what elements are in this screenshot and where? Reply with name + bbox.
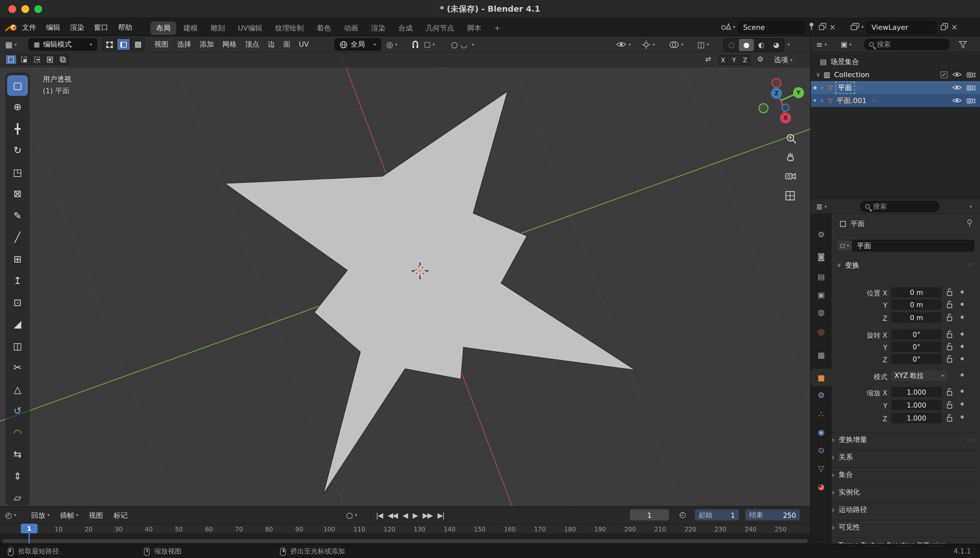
viewport-menu-view[interactable]: 视图 (154, 39, 169, 49)
location-z-field[interactable]: 0 m (891, 312, 942, 323)
object-id-dropdown[interactable]: ◻▾ (837, 240, 852, 251)
lock-icon[interactable] (946, 330, 953, 340)
section-delta-transform[interactable]: ›变换增量 ∷∷ (832, 432, 978, 446)
location-x-field[interactable]: 0 m (891, 287, 942, 297)
viewport-menu-uv[interactable]: UV (299, 40, 309, 49)
rotation-z-field[interactable]: 0° (891, 354, 942, 364)
outliner-editor-icon[interactable]: ≡ (816, 40, 822, 49)
properties-options-caret[interactable]: ▾ (970, 204, 972, 209)
viewport-menu-face[interactable]: 面 (283, 39, 291, 49)
timeline-view-menu[interactable]: 视图 (89, 510, 103, 520)
toolbar-tool[interactable]: △ (7, 379, 28, 400)
viewport[interactable]: ⇄ X Y Z ⚙ 选项▾ ▢⊕╋↻◳⊠✎╱⊞↥⊡◢◫✂△↺◠⇆⇕▱ 用户透视 … (0, 53, 810, 506)
lock-icon[interactable] (946, 313, 953, 323)
toolbar-tool[interactable]: ⊞ (7, 249, 28, 269)
properties-search-input[interactable]: 搜索 (860, 201, 939, 212)
lock-icon[interactable] (946, 387, 953, 398)
navigation-gizmo[interactable]: Z Y X (747, 71, 810, 133)
section-relations[interactable]: ›关系 (832, 450, 978, 464)
workspace-tab-shading[interactable]: 着色 (311, 21, 337, 34)
section-motion-paths[interactable]: ›运动路径 (832, 502, 978, 517)
snap-toggle[interactable] (411, 36, 419, 53)
tab-scene[interactable]: ◍ (811, 303, 832, 321)
transport-button[interactable]: ◀ (402, 511, 407, 519)
new-scene-icon[interactable] (818, 22, 826, 32)
hide-collection-eye-icon[interactable] (952, 71, 962, 78)
scene-icon[interactable] (721, 22, 731, 33)
new-viewlayer-icon[interactable] (940, 22, 948, 32)
pin-id-icon[interactable] (966, 219, 973, 230)
select-mode-set-button[interactable] (5, 54, 17, 65)
rotation-x-field[interactable]: 0° (891, 329, 942, 340)
toolbar-tool[interactable]: ▢ (7, 75, 28, 95)
scale-x-field[interactable]: 1.000 (891, 387, 942, 397)
transform-orientation-dropdown[interactable]: 全局 ▾ (335, 38, 381, 51)
viewport-menu-vertex[interactable]: 顶点 (245, 39, 259, 49)
toolbar-tool[interactable]: ⊕ (7, 97, 28, 117)
outliner-row-plane[interactable]: › ▽ 平面 ∴ (811, 81, 980, 94)
animate-dot[interactable] (960, 345, 964, 348)
menu-help[interactable]: 帮助 (118, 22, 132, 32)
toggle-ortho-button[interactable] (785, 190, 795, 203)
frame-start-field[interactable]: 起始 1 (695, 509, 739, 520)
outliner-row-plane001[interactable]: › ▽ 平面.001 ∴ (811, 94, 980, 107)
location-y-field[interactable]: 0 m (891, 299, 942, 310)
transport-button[interactable]: ▶ (412, 511, 417, 519)
outliner-row-scene-collection[interactable]: ▤ 场景集合 (811, 55, 980, 68)
workspace-tab-geometry-nodes[interactable]: 几何节点 (420, 21, 460, 34)
timeline-scrollbar[interactable] (3, 539, 808, 543)
properties-editor-icon[interactable]: ≣ (816, 202, 822, 211)
toolbar-tool[interactable]: ◠ (7, 422, 28, 443)
toolbar-tool[interactable]: ⊡ (7, 292, 28, 313)
select-mode-subtract-button[interactable] (31, 54, 43, 65)
animate-dot[interactable] (960, 373, 964, 377)
tab-particles[interactable]: ∴ (811, 405, 832, 423)
clock-icon[interactable]: ◴ (679, 510, 686, 519)
tab-object-data[interactable]: ▽ (811, 460, 832, 477)
workspace-tab-compositing[interactable]: 合成 (392, 21, 419, 34)
mirror-y-toggle[interactable]: Y (729, 55, 739, 65)
preview-range-toggle[interactable]: ○▾ (346, 507, 357, 524)
viewlayer-browse-caret[interactable]: ▾ (862, 25, 863, 30)
edge-select-button[interactable] (117, 38, 130, 51)
object-name-field[interactable]: 平面 (852, 240, 974, 251)
toolbar-tool[interactable]: ╋ (7, 118, 28, 139)
lock-icon[interactable] (946, 300, 953, 310)
scale-z-field[interactable]: 1.000 (891, 413, 942, 423)
workspace-tab-sculpting[interactable]: 雕刻 (205, 21, 231, 34)
rotation-mode-dropdown[interactable]: XYZ 欧拉▾ (891, 371, 947, 381)
viewport-menu-mesh[interactable]: 网格 (222, 39, 236, 49)
menu-file[interactable]: 文件 (22, 22, 36, 32)
blender-logo-icon[interactable] (5, 23, 18, 34)
toolbar-tool[interactable]: ▱ (7, 487, 28, 505)
collection-expand-caret[interactable]: ∨ (816, 72, 820, 77)
editor-type-icon[interactable]: ▦ (5, 40, 13, 49)
star-mesh[interactable] (225, 91, 635, 494)
shading-material-button[interactable]: ◐ (754, 39, 769, 51)
menu-render[interactable]: 渲染 (70, 22, 84, 32)
remove-viewlayer-icon[interactable]: × (951, 23, 958, 32)
playhead-marker[interactable]: 1 (21, 524, 38, 533)
add-workspace-button[interactable]: + (488, 21, 506, 34)
animate-dot[interactable] (960, 290, 964, 294)
viewport-menu-add[interactable]: 添加 (200, 39, 214, 49)
disable-render-camera-icon[interactable] (966, 97, 975, 104)
unlink-scene-icon[interactable]: × (829, 23, 836, 32)
tool-extra-icon[interactable]: ⚙ (757, 55, 763, 64)
timeline-marker-menu[interactable]: 标记 (113, 510, 128, 520)
shading-rendered-button[interactable]: ◕ (769, 39, 784, 51)
timeline-track-area[interactable] (0, 533, 810, 544)
select-mode-invert-button[interactable] (44, 54, 56, 65)
workspace-tab-scripting[interactable]: 脚本 (461, 21, 487, 34)
tab-render[interactable]: ◙ (811, 248, 832, 265)
shading-wireframe-button[interactable]: ◌ (724, 39, 739, 51)
viewport-menu-edge[interactable]: 边 (268, 39, 275, 49)
shading-dropdown-caret[interactable]: ▾ (788, 42, 790, 47)
animate-dot[interactable] (960, 316, 964, 319)
lock-icon[interactable] (946, 288, 953, 298)
toolbar-tool[interactable]: ↺ (7, 400, 28, 421)
mode-dropdown[interactable]: ▦ 编辑模式 ▾ (28, 38, 97, 51)
gizmos-dropdown[interactable]: ▾ (642, 36, 655, 53)
timeline-editor-icon[interactable]: ◴ (5, 511, 12, 520)
collection-checkbox[interactable]: ✓ (941, 71, 947, 78)
